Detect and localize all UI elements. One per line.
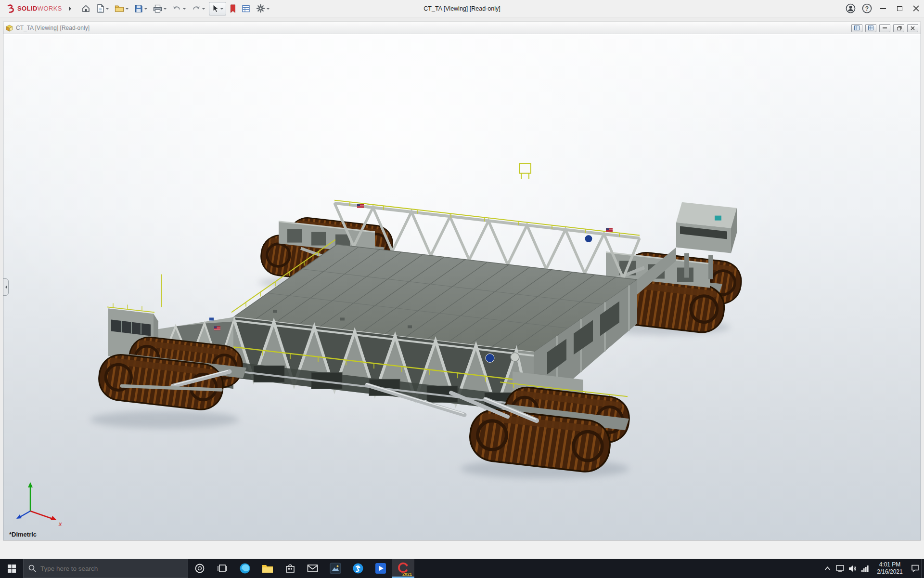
select-cursor-caret[interactable]: [220, 8, 223, 11]
windows-logo-icon: [8, 565, 16, 573]
undo-caret[interactable]: [183, 8, 186, 11]
search-icon: [28, 565, 36, 572]
account-icon: [846, 3, 856, 13]
toolbar-flyout-arrow-icon[interactable]: [69, 6, 74, 11]
redo-caret[interactable]: [202, 8, 205, 11]
open-folder-icon: [115, 4, 124, 13]
display-icon: [836, 565, 844, 572]
app-titlebar: SOLIDWORKS: [0, 0, 924, 17]
solidworks-app-button[interactable]: 2021: [392, 559, 414, 578]
orientation-triad[interactable]: x: [10, 479, 65, 527]
show-desktop-button[interactable]: [921, 559, 924, 578]
file-explorer-app-icon[interactable]: [256, 559, 279, 578]
account-button[interactable]: [842, 0, 859, 17]
clock-time: 4:01 PM: [871, 561, 909, 568]
home-icon: [81, 4, 90, 13]
close-button[interactable]: [908, 0, 924, 17]
blue-app-icon[interactable]: [369, 559, 392, 578]
3dexperience-button[interactable]: [228, 2, 238, 15]
help-button[interactable]: ?: [859, 0, 875, 17]
brand-works-text: WORKS: [38, 5, 62, 12]
maximize-button[interactable]: [891, 0, 908, 17]
mail-app-icon[interactable]: [301, 559, 324, 578]
options-button[interactable]: [254, 2, 271, 15]
solidworks-version-badge: 2021: [402, 572, 412, 577]
taskbar: 2021: [0, 559, 924, 578]
new-document-caret[interactable]: [106, 8, 109, 11]
feature-panel-collapse-tab[interactable]: [3, 278, 9, 296]
new-document-button[interactable]: [94, 2, 111, 15]
taskbar-clock[interactable]: 4:01 PM 2/16/2021: [871, 561, 909, 576]
minimize-icon: [880, 8, 886, 9]
ds-logo-icon: [6, 4, 15, 13]
save-caret[interactable]: [144, 8, 147, 11]
task-view-icon: [217, 564, 228, 573]
taskbar-search[interactable]: [23, 559, 188, 578]
volume-tray-icon[interactable]: [846, 559, 859, 578]
select-cursor-icon: [212, 4, 219, 13]
store-app-icon[interactable]: [279, 559, 301, 578]
start-button[interactable]: [0, 559, 23, 578]
doc-close-button[interactable]: [907, 24, 918, 32]
minimize-button[interactable]: [875, 0, 891, 17]
edge-app-icon[interactable]: [233, 559, 256, 578]
select-cursor-button[interactable]: [209, 2, 226, 15]
file-explorer-icon: [262, 564, 273, 573]
options-caret[interactable]: [267, 8, 270, 11]
edge-icon: [239, 563, 251, 574]
nasa-logo: [486, 354, 494, 362]
new-document-icon: [96, 4, 104, 13]
undo-button[interactable]: [170, 2, 188, 15]
close-icon: [913, 5, 919, 12]
3d-viewport[interactable]: x *Dimetric: [3, 35, 921, 540]
mail-icon: [307, 564, 318, 573]
cortana-icon: [194, 563, 205, 574]
hidden-icons-button[interactable]: [821, 559, 834, 578]
action-center-icon: [911, 565, 919, 572]
x-axis-label: x: [58, 520, 62, 527]
viewport-grid-icon: [868, 26, 873, 30]
deck-ladder-frame: [519, 164, 531, 173]
task-view-button[interactable]: [211, 559, 233, 578]
y-axis-arrow: [28, 482, 33, 487]
orientation-label: *Dimetric: [9, 531, 37, 538]
action-center-button[interactable]: [909, 559, 921, 578]
save-button[interactable]: [132, 2, 149, 15]
status-strip: [0, 540, 924, 559]
cortana-button[interactable]: [188, 559, 211, 578]
redo-icon: [192, 4, 201, 13]
doc-restore-button[interactable]: [893, 24, 904, 32]
doc-minimize-button[interactable]: [879, 24, 890, 32]
print-icon: [153, 4, 162, 13]
solidworks-logo: SOLIDWORKS: [0, 4, 62, 13]
evaluate-button[interactable]: [240, 2, 252, 15]
search-input[interactable]: [40, 565, 183, 572]
nasa-logo: [585, 235, 592, 243]
network-tray-icon[interactable]: [859, 559, 871, 578]
redo-button[interactable]: [190, 2, 207, 15]
us-flag: [606, 228, 613, 232]
document-titlebar[interactable]: CT_TA [Viewing] [Read-only]: [3, 22, 921, 34]
open-caret[interactable]: [126, 8, 128, 11]
help-icon: ?: [862, 3, 872, 13]
print-button[interactable]: [151, 2, 168, 15]
dark-app-icon[interactable]: [324, 559, 346, 578]
viewport-pane-button[interactable]: [851, 24, 862, 32]
maximize-icon: [897, 6, 902, 11]
viewport-grid-button[interactable]: [865, 24, 876, 32]
print-caret[interactable]: [164, 8, 167, 11]
assembly-cube-icon: [6, 25, 13, 32]
doc-close-icon: [911, 26, 915, 30]
chevron-up-icon: [824, 566, 831, 570]
undo-icon: [172, 4, 181, 13]
doc-restore-icon: [897, 27, 901, 30]
round-blue-app-icon[interactable]: [346, 559, 369, 578]
clock-date: 2/16/2021: [871, 568, 909, 576]
home-button[interactable]: [79, 2, 92, 15]
display-tray-icon[interactable]: [834, 559, 846, 578]
crawler-transporter-model: [3, 35, 921, 540]
document-window: CT_TA [Viewing] [Read-only]: [3, 22, 921, 540]
doc-minimize-icon: [883, 27, 887, 28]
us-flag: [357, 204, 364, 208]
open-button[interactable]: [113, 2, 130, 15]
